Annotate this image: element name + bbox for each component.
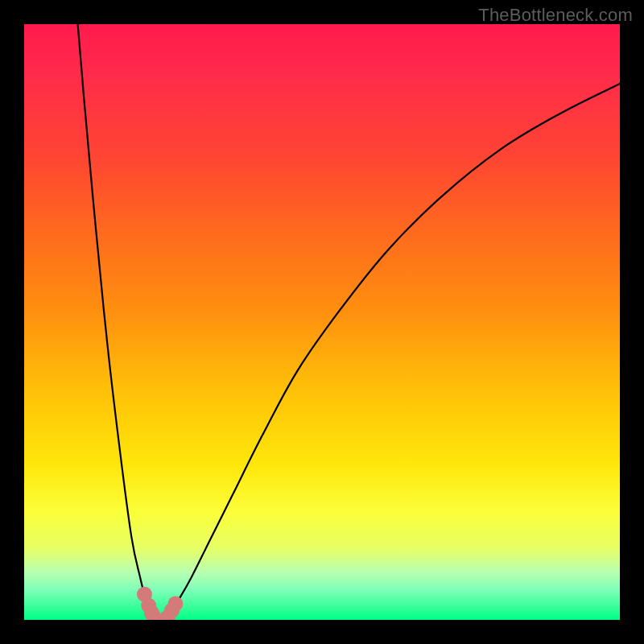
data-point [167,597,183,612]
watermark-text: TheBottleneck.com [478,5,633,26]
data-marks-layer [24,24,620,620]
chart-plot-area [24,24,620,620]
